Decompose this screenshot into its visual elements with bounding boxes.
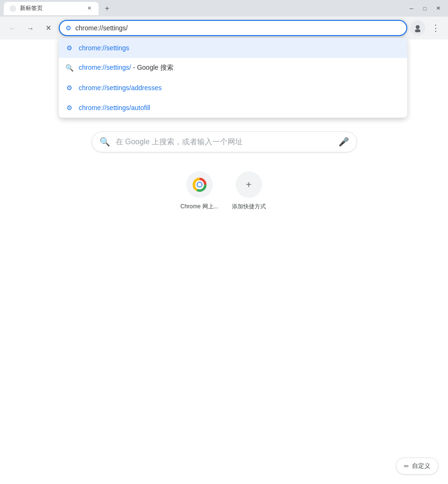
- address-bar[interactable]: ⚙: [59, 20, 407, 36]
- menu-button[interactable]: ⋮: [428, 20, 443, 36]
- close-loading-button[interactable]: ✕: [41, 20, 56, 36]
- settings-icon: ⚙: [65, 24, 72, 32]
- svg-point-0: [9, 5, 16, 12]
- search-bar[interactable]: 🔍 🎤: [91, 131, 357, 152]
- shortcut-chrome-web[interactable]: Chrome 网上...: [181, 171, 219, 211]
- dropdown-item-search[interactable]: 🔍 chrome://settings/ - Google 搜索: [59, 58, 407, 78]
- minimize-button[interactable]: ─: [405, 4, 418, 13]
- shortcut-add-label: 添加快捷方式: [232, 203, 266, 211]
- search-icon-main: 🔍: [100, 137, 110, 147]
- dropdown-text-blue-1: chrome://settings: [79, 44, 129, 52]
- dropdown-item-autofill[interactable]: ⚙ chrome://settings/autofill: [59, 98, 407, 118]
- svg-point-1: [416, 25, 420, 29]
- close-button[interactable]: ✕: [432, 4, 444, 13]
- dropdown-item-text-1: chrome://settings: [79, 44, 129, 52]
- nav-bar: ← → ✕ ⚙ ⚙ chrome://settings 🔍 chrome://s…: [0, 17, 448, 39]
- dropdown-item-text-2: chrome://settings/ - Google 搜索: [79, 64, 174, 72]
- shortcut-add[interactable]: + 添加快捷方式: [230, 171, 268, 211]
- address-input[interactable]: [75, 24, 401, 32]
- mic-icon[interactable]: 🎤: [338, 137, 349, 147]
- add-icon-container: +: [236, 171, 262, 198]
- profile-button[interactable]: [410, 20, 425, 36]
- search-input[interactable]: [116, 138, 333, 146]
- gear-icon-2: ⚙: [65, 84, 73, 92]
- back-button[interactable]: ←: [5, 20, 20, 36]
- dropdown-text-blue-3: chrome://settings/: [79, 84, 131, 92]
- chrome-rainbow-icon: [192, 177, 207, 192]
- restore-button[interactable]: □: [419, 4, 431, 13]
- gear-icon-3: ⚙: [65, 104, 73, 112]
- search-icon: 🔍: [65, 64, 73, 72]
- address-dropdown: ⚙ chrome://settings 🔍 chrome://settings/…: [59, 38, 407, 118]
- edit-icon: ✏: [404, 463, 409, 470]
- dropdown-item-text-4: chrome://settings/autofill: [79, 104, 150, 112]
- shortcuts-container: Chrome 网上... + 添加快捷方式: [181, 171, 268, 211]
- tab-close-button[interactable]: ✕: [85, 5, 93, 12]
- customize-label: 自定义: [412, 462, 430, 470]
- new-tab-button[interactable]: +: [101, 2, 114, 15]
- dropdown-item-addresses[interactable]: ⚙ chrome://settings/addresses: [59, 78, 407, 98]
- tab-title: 新标签页: [20, 4, 82, 12]
- gear-icon: ⚙: [65, 44, 73, 52]
- svg-point-5: [198, 183, 201, 186]
- browser-tab[interactable]: 新标签页 ✕: [4, 2, 99, 15]
- svg-point-2: [415, 29, 421, 33]
- dropdown-text-black-2: - Google 搜索: [131, 64, 174, 71]
- shortcut-chrome-label: Chrome 网上...: [181, 203, 219, 211]
- dropdown-text-blue-4: chrome://settings/: [79, 104, 131, 112]
- forward-button[interactable]: →: [23, 20, 38, 36]
- dropdown-text-blue-2: chrome://settings/: [79, 64, 131, 71]
- address-bar-container: ⚙ ⚙ chrome://settings 🔍 chrome://setting…: [59, 20, 407, 36]
- dropdown-text-suffix-3: addresses: [131, 84, 162, 92]
- tab-favicon: [9, 5, 16, 12]
- plus-icon: +: [246, 179, 252, 190]
- window-controls: ─ □ ✕: [405, 4, 444, 13]
- chrome-icon-container: [186, 171, 213, 198]
- dropdown-text-suffix-4: autofill: [131, 104, 150, 112]
- dropdown-item-settings[interactable]: ⚙ chrome://settings: [59, 38, 407, 58]
- customize-button[interactable]: ✏ 自定义: [396, 457, 439, 475]
- dropdown-item-text-3: chrome://settings/addresses: [79, 84, 162, 92]
- title-bar: 新标签页 ✕ + ─ □ ✕: [0, 0, 448, 17]
